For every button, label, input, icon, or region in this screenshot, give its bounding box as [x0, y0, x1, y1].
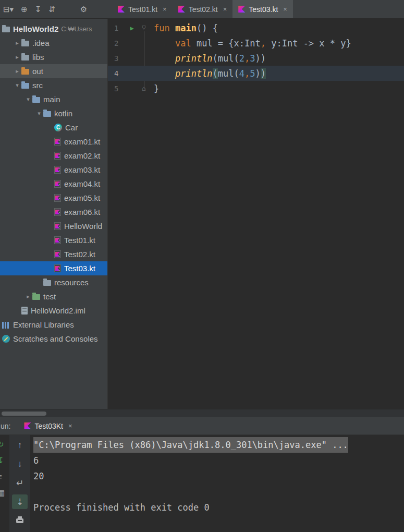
- chevron-right-icon[interactable]: ▸: [13, 40, 21, 46]
- kotlin-file-icon: [54, 250, 61, 258]
- ide-window: ⊟▾⊕↧⇵⚙ Test01.kt×Test02.kt×Test03.kt× He…: [0, 0, 404, 532]
- tab-test01-kt[interactable]: Test01.kt×: [112, 0, 173, 18]
- run-tab-test03kt[interactable]: Test03Kt ×: [24, 422, 72, 430]
- fold-marker-icon[interactable]: ⌂: [139, 24, 149, 32]
- chevron-down-icon[interactable]: ▾: [35, 110, 43, 117]
- sync-icon[interactable]: ⇵: [48, 5, 55, 13]
- line-number: 5: [108, 84, 125, 93]
- top-bar: ⊟▾⊕↧⇵⚙ Test01.kt×Test02.kt×Test03.kt×: [0, 0, 404, 19]
- run-tool-window: un: Test03Kt × ↻↧≡▦ ↑↓↵⇣ "C:\Program Fil…: [0, 417, 404, 532]
- folder-icon: [2, 26, 10, 32]
- folder-icon: [21, 54, 29, 61]
- close-run-tab-icon[interactable]: ×: [68, 422, 72, 430]
- tree-item-label: Car: [65, 123, 78, 132]
- close-tab-icon[interactable]: ×: [283, 5, 287, 13]
- update-project-icon[interactable]: ↧: [35, 5, 42, 13]
- rerun-icon[interactable]: ↻: [0, 440, 9, 448]
- tree-item-label: External Libraries: [13, 320, 74, 329]
- tree-item-label: Test03.kt: [64, 264, 95, 273]
- editor-line-4[interactable]: 4 println(mul(4,5)): [108, 66, 404, 81]
- tree-item-external-libraries[interactable]: External Libraries: [0, 318, 107, 332]
- tree-item-exam02-kt[interactable]: exam02.kt: [0, 149, 107, 163]
- tree-item-label: exam04.kt: [64, 179, 100, 188]
- editor-line-2[interactable]: 2 val mul = {x:Int, y:Int -> x * y}: [108, 35, 404, 51]
- scroll-to-end-icon[interactable]: ⇣: [12, 494, 28, 509]
- close-tab-icon[interactable]: ×: [223, 5, 227, 13]
- chevron-right-icon[interactable]: ▸: [24, 293, 32, 300]
- tree-item-scratches-and-consoles[interactable]: Scratches and Consoles: [0, 332, 107, 346]
- tree-item-exam01-kt[interactable]: exam01.kt: [0, 135, 107, 149]
- source-folder-icon: [43, 111, 51, 117]
- library-icon: [2, 321, 10, 329]
- line-number: 3: [108, 54, 125, 63]
- chevron-down-icon[interactable]: ▾: [24, 96, 32, 103]
- run-tab-label: Test03Kt: [34, 422, 63, 430]
- tree-item-test01-kt[interactable]: Test01.kt: [0, 233, 107, 247]
- next-occurrence-icon[interactable]: ↓: [12, 457, 28, 471]
- console-output[interactable]: "C:\Program Files (x86)\Java\jdk1.8.0_30…: [30, 435, 404, 532]
- editor-line-1[interactable]: 1▶⌂fun main() {: [108, 20, 404, 35]
- tree-item-exam06-kt[interactable]: exam06.kt: [0, 205, 107, 219]
- kotlin-file-icon: [54, 166, 61, 174]
- fold-marker-icon[interactable]: ⌂: [139, 84, 149, 92]
- navigate-icon[interactable]: ⊕: [21, 5, 28, 13]
- code-editor[interactable]: 1▶⌂fun main() {2 val mul = {x:Int, y:Int…: [108, 19, 404, 409]
- tree-item-helloworld2[interactable]: HelloWorld2C:₩Users: [0, 22, 107, 36]
- tab-test02-kt[interactable]: Test02.kt×: [173, 0, 233, 18]
- chevron-right-icon[interactable]: ▸: [13, 54, 21, 61]
- tree-item-car[interactable]: CCar: [0, 120, 107, 135]
- run-line-icon[interactable]: ▶: [125, 25, 139, 32]
- restore-layout-icon[interactable]: ▦: [0, 489, 9, 497]
- settings-icon[interactable]: ⚙: [80, 5, 87, 13]
- tree-item-src[interactable]: ▾src: [0, 78, 107, 92]
- kotlin-file-icon: [54, 208, 61, 216]
- horizontal-scrollbar-thumb[interactable]: [2, 412, 46, 416]
- tree-item-exam03-kt[interactable]: exam03.kt: [0, 163, 107, 177]
- code-text: println(mul(4,5)): [149, 68, 266, 79]
- soft-wrap-icon[interactable]: ↵: [12, 476, 28, 490]
- print-icon[interactable]: [12, 513, 28, 528]
- tree-item-kotlin[interactable]: ▾kotlin: [0, 106, 107, 120]
- line-number: 2: [108, 39, 125, 47]
- editor-line-3[interactable]: 3 println(mul(2,3)): [108, 51, 404, 66]
- file-icon: [21, 307, 28, 315]
- chevron-down-icon[interactable]: ▾: [13, 82, 21, 89]
- console-toolbar: ↑↓↵⇣: [9, 435, 30, 532]
- tree-item-main[interactable]: ▾main: [0, 92, 107, 106]
- tree-item-out[interactable]: ▸out: [0, 64, 107, 78]
- tree-item-test03-kt[interactable]: Test03.kt: [0, 261, 107, 275]
- tree-item-idea[interactable]: ▸.idea: [0, 36, 107, 50]
- chevron-right-icon[interactable]: ▸: [13, 68, 21, 75]
- kotlin-file-icon: [54, 138, 61, 146]
- tree-item-label: exam01.kt: [64, 137, 100, 146]
- tree-item-label: exam03.kt: [64, 165, 100, 174]
- tree-item-exam04-kt[interactable]: exam04.kt: [0, 177, 107, 191]
- tree-item-label: out: [32, 67, 43, 76]
- tab-test03-kt[interactable]: Test03.kt×: [232, 0, 293, 18]
- scratches-icon: [2, 335, 10, 343]
- tree-item-libs[interactable]: ▸libs: [0, 50, 107, 64]
- tree-item-test[interactable]: ▸test: [0, 289, 107, 304]
- tab-label: Test03.kt: [249, 5, 278, 14]
- tree-item-resources[interactable]: resources: [0, 275, 107, 289]
- source-folder-icon: [32, 96, 40, 103]
- kotlin-class-icon: C: [54, 124, 62, 131]
- tree-item-label: kotlin: [54, 109, 72, 118]
- run-config-icon[interactable]: ↧: [0, 456, 9, 464]
- options-icon[interactable]: ≡: [0, 473, 9, 480]
- tree-item-exam05-kt[interactable]: exam05.kt: [0, 191, 107, 205]
- tree-item-label: Test01.kt: [64, 236, 95, 245]
- tree-item-helloworld2-iml[interactable]: HelloWorld2.iml: [0, 304, 107, 318]
- tree-item-helloworld[interactable]: HelloWorld: [0, 219, 107, 233]
- run-body: ↻↧≡▦ ↑↓↵⇣ "C:\Program Files (x86)\Java\j…: [0, 435, 404, 532]
- tree-item-path: C:₩Users: [61, 25, 92, 33]
- line-number: 4: [108, 69, 125, 78]
- tree-item-test02-kt[interactable]: Test02.kt: [0, 247, 107, 261]
- kotlin-file-icon: [54, 264, 61, 272]
- project-tree-panel[interactable]: HelloWorld2C:₩Users▸.idea▸libs▸out▾src▾m…: [0, 19, 108, 409]
- editor-line-5[interactable]: 5⌂}: [108, 81, 404, 96]
- prev-occurrence-icon[interactable]: ↑: [12, 438, 28, 453]
- main-menu-icon[interactable]: ⊟▾: [3, 5, 14, 13]
- tree-item-label: Test02.kt: [64, 250, 95, 259]
- close-tab-icon[interactable]: ×: [163, 5, 167, 13]
